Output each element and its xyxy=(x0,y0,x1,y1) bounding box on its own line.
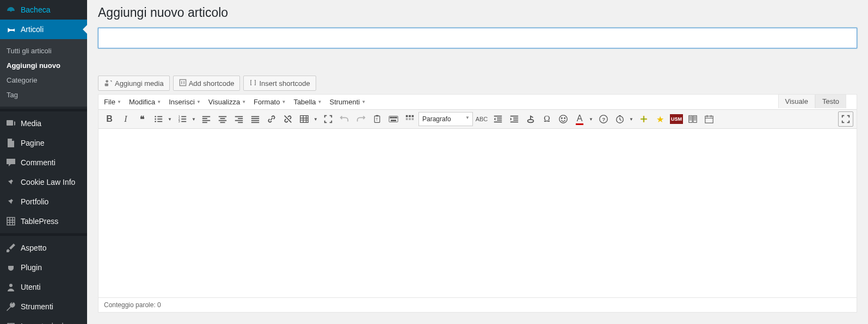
bullet-list-button[interactable] xyxy=(151,111,166,127)
svg-rect-62 xyxy=(513,120,518,121)
insert-shortcode-button[interactable]: Insert shortcode xyxy=(243,76,316,91)
svg-rect-16 xyxy=(157,121,162,122)
submenu-tags[interactable]: Tag xyxy=(0,88,87,102)
submenu-all-posts[interactable]: Tutti gli articoli xyxy=(0,43,87,58)
format-select[interactable]: Paragrafo xyxy=(418,112,473,126)
italic-button[interactable]: I xyxy=(118,111,133,127)
camera-icon xyxy=(104,78,113,89)
align-left-button[interactable] xyxy=(199,111,214,127)
editor-content-area[interactable] xyxy=(99,129,857,297)
clock-button[interactable] xyxy=(612,111,627,127)
svg-rect-25 xyxy=(202,120,210,121)
svg-rect-34 xyxy=(238,122,243,123)
add-shortcode-button[interactable]: Add shortcode xyxy=(173,76,241,91)
fullscreen-button[interactable] xyxy=(321,111,336,127)
redo-button[interactable] xyxy=(353,111,368,127)
submenu-categories[interactable]: Categorie xyxy=(0,73,87,88)
menu-modifica[interactable]: Modifica xyxy=(129,98,161,106)
svg-text:3: 3 xyxy=(178,120,180,123)
page-title: Aggiungi nuovo articolo xyxy=(98,5,857,20)
clock-dropdown[interactable]: ▼ xyxy=(627,111,635,127)
sidebar-item-strumenti[interactable]: Strumenti xyxy=(0,297,87,316)
indent-button[interactable] xyxy=(507,111,522,127)
sidebar-item-impostazioni[interactable]: Impostazioni xyxy=(0,316,87,324)
align-justify-button[interactable] xyxy=(248,111,263,127)
table-button[interactable] xyxy=(297,111,312,127)
sidebar-item-cookie[interactable]: Cookie Law Info xyxy=(0,172,87,192)
svg-rect-44 xyxy=(390,117,391,118)
bullet-list-dropdown[interactable]: ▼ xyxy=(166,111,174,127)
submenu-add-new[interactable]: Aggiungi nuovo xyxy=(0,58,87,73)
paste-text-button[interactable]: T xyxy=(370,111,385,127)
calendar-button[interactable] xyxy=(701,111,717,127)
svg-rect-23 xyxy=(202,116,210,117)
menu-inserisci[interactable]: Inserisci xyxy=(169,98,201,106)
usm-button[interactable]: USM xyxy=(669,111,684,127)
menu-tabella[interactable]: Tabella xyxy=(293,98,322,106)
sidebar-item-pagine[interactable]: Pagine xyxy=(0,133,87,153)
svg-rect-71 xyxy=(689,116,692,123)
special-char-button[interactable]: Ω xyxy=(539,111,555,127)
clear-format-button[interactable] xyxy=(523,111,538,127)
pin-icon xyxy=(5,196,16,207)
text-color-dropdown[interactable]: ▼ xyxy=(587,111,595,127)
svg-rect-49 xyxy=(391,120,396,121)
svg-rect-28 xyxy=(220,118,225,119)
post-title-input[interactable] xyxy=(98,28,857,48)
sidebar-label: Media xyxy=(21,119,41,128)
svg-rect-24 xyxy=(202,118,207,119)
plug-icon xyxy=(5,262,16,273)
undo-button[interactable] xyxy=(337,111,352,127)
svg-point-66 xyxy=(561,117,562,119)
menu-file[interactable]: File xyxy=(104,98,121,106)
strikethrough-button[interactable]: ABC xyxy=(474,111,489,127)
star-button[interactable]: ★ xyxy=(652,111,668,127)
svg-rect-73 xyxy=(705,116,713,123)
text-color-button[interactable]: A xyxy=(572,111,587,127)
svg-rect-26 xyxy=(202,122,207,123)
sidebar-label: Cookie Law Info xyxy=(21,178,75,186)
outdent-button[interactable] xyxy=(490,111,506,127)
svg-rect-9 xyxy=(105,83,108,86)
add-button[interactable] xyxy=(636,111,651,127)
sidebar-item-aspetto[interactable]: Aspetto xyxy=(0,238,87,258)
sidebar-item-commenti[interactable]: Commenti xyxy=(0,153,87,172)
emoji-button[interactable] xyxy=(556,111,571,127)
sidebar-item-bacheca[interactable]: Bacheca xyxy=(0,0,87,20)
distraction-free-button[interactable] xyxy=(838,111,853,127)
sidebar-item-plugin[interactable]: Plugin xyxy=(0,258,87,277)
link-button[interactable] xyxy=(264,111,279,127)
menu-visualizza[interactable]: Visualizza xyxy=(208,98,246,106)
keyboard-button[interactable] xyxy=(386,111,401,127)
sidebar-item-articoli[interactable]: Articoli xyxy=(0,20,87,39)
svg-rect-39 xyxy=(300,116,308,123)
number-list-button[interactable]: 123 xyxy=(175,111,190,127)
bold-button[interactable]: B xyxy=(102,111,117,127)
columns-button[interactable] xyxy=(685,111,700,127)
svg-rect-46 xyxy=(393,117,394,118)
toolbar-toggle-button[interactable] xyxy=(402,111,417,127)
menu-formato[interactable]: Formato xyxy=(254,98,286,106)
unlink-button[interactable] xyxy=(280,111,296,127)
sidebar-item-utenti[interactable]: Utenti xyxy=(0,277,87,297)
svg-rect-38 xyxy=(251,122,259,123)
sidebar-label: Impostazioni xyxy=(21,322,64,324)
sidebar-item-media[interactable]: Media xyxy=(0,114,87,133)
add-media-button[interactable]: Aggiungi media xyxy=(98,76,170,91)
sidebar-item-tablepress[interactable]: TablePress xyxy=(0,211,87,231)
sidebar-item-portfolio[interactable]: Portfolio xyxy=(0,192,87,211)
align-right-button[interactable] xyxy=(231,111,247,127)
menu-strumenti[interactable]: Strumenti xyxy=(330,98,366,106)
blockquote-button[interactable]: ❝ xyxy=(134,111,150,127)
tab-text[interactable]: Testo xyxy=(815,94,846,108)
main-content: Aggiungi nuovo articolo Aggiungi media A… xyxy=(87,0,868,324)
svg-rect-18 xyxy=(181,116,186,117)
svg-text:?: ? xyxy=(602,116,605,122)
help-button[interactable]: ? xyxy=(596,111,611,127)
tab-visual[interactable]: Visuale xyxy=(778,94,815,108)
sidebar-label: Bacheca xyxy=(21,5,50,14)
shortcode-icon xyxy=(179,79,187,88)
align-center-button[interactable] xyxy=(215,111,230,127)
number-list-dropdown[interactable]: ▼ xyxy=(190,111,198,127)
table-dropdown[interactable]: ▼ xyxy=(312,111,319,127)
